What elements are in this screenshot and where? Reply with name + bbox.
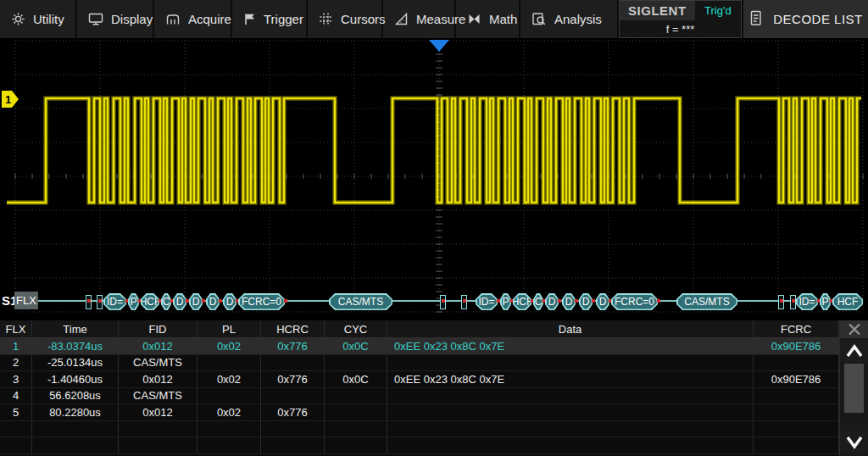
table-cell[interactable]: 0x012 — [119, 371, 198, 388]
decode-bubble-d: D — [545, 293, 559, 310]
table-cell[interactable] — [325, 421, 387, 438]
table-cell[interactable] — [387, 355, 754, 372]
decode-error-dot — [792, 299, 795, 303]
table-cell[interactable] — [387, 404, 754, 421]
table-cell[interactable]: 0x02 — [198, 371, 261, 388]
table-cell[interactable] — [325, 355, 387, 372]
table-cell[interactable] — [198, 437, 261, 454]
measure-icon — [394, 12, 409, 26]
table-cell[interactable]: 1 — [0, 338, 32, 355]
column-header-time: Time — [32, 320, 119, 338]
decode-bubble-d: D — [223, 293, 236, 310]
menu-item-cursors[interactable]: Cursors — [308, 0, 383, 38]
table-cell[interactable] — [754, 437, 839, 454]
table-cell[interactable]: 0x012 — [119, 404, 198, 421]
menu-item-math[interactable]: Math — [456, 0, 520, 38]
table-cell[interactable] — [119, 421, 198, 438]
table-cell[interactable]: 0x02 — [198, 338, 261, 355]
decode-error-dot — [284, 299, 287, 303]
bubble-text: FCRC=0 — [615, 296, 654, 308]
table-cell[interactable]: 0x776 — [261, 338, 325, 355]
scroll-down-button[interactable] — [840, 431, 868, 453]
table-cell[interactable] — [198, 421, 261, 438]
decode-error-dot — [98, 299, 102, 303]
waveform-display-area[interactable]: S1 FLX ID=PHCFCDDDDFCRC=0CAS/MTSID=PHCFC… — [0, 38, 868, 320]
table-cell[interactable]: 0x776 — [261, 404, 325, 421]
decode-bubble-d: D — [206, 293, 220, 310]
table-cell[interactable]: -25.0134us — [32, 355, 119, 372]
table-cell[interactable]: 2 — [0, 355, 32, 372]
menu-item-measure[interactable]: Measure — [383, 0, 456, 38]
menu-item-utility[interactable]: Utility — [0, 0, 77, 38]
table-cell[interactable] — [32, 421, 119, 438]
menu-item-label: Display — [111, 12, 153, 26]
decode-error-dot — [780, 299, 783, 303]
column-header-hcrc: HCRC — [261, 320, 325, 338]
decode-list-button[interactable]: DECODE LIST — [743, 0, 868, 38]
table-cell[interactable] — [32, 437, 119, 454]
table-cell[interactable]: 0x90E786 — [754, 371, 839, 388]
table-cell[interactable]: 80.2280us — [32, 404, 119, 421]
table-cell[interactable]: 3 — [0, 371, 32, 388]
menu-item-label: Analysis — [554, 12, 602, 26]
table-cell[interactable] — [325, 388, 387, 405]
table-cell[interactable]: 0x776 — [261, 371, 325, 388]
column-header-data: Data — [387, 320, 754, 338]
table-cell[interactable]: CAS/MTS — [119, 355, 198, 372]
decode-bubble-casmts: CAS/MTS — [329, 293, 392, 310]
menu-item-display[interactable]: Display — [77, 0, 154, 38]
table-cell[interactable] — [387, 388, 754, 405]
table-cell[interactable]: 0x90E786 — [754, 338, 839, 355]
table-cell[interactable]: 4 — [0, 388, 32, 405]
table-cell[interactable] — [0, 421, 32, 438]
table-cell[interactable]: 0xEE 0x23 0x8C 0x7E — [387, 338, 754, 355]
table-cell[interactable]: 0x02 — [198, 404, 261, 421]
decode-list-label: DECODE LIST — [773, 12, 863, 26]
table-cell[interactable]: -83.0374us — [32, 338, 119, 355]
table-cell[interactable] — [754, 421, 839, 438]
decode-error-dot — [463, 299, 466, 303]
decode-error-dot — [202, 299, 205, 303]
table-cell[interactable]: 5 — [0, 404, 32, 421]
decode-bubble-fcrc0: FCRC=0 — [238, 293, 285, 310]
table-cell[interactable]: 0x0C — [325, 371, 387, 388]
table-cell[interactable] — [261, 421, 325, 438]
close-table-button[interactable] — [840, 320, 868, 338]
table-cell[interactable] — [119, 437, 198, 454]
decode-error-dot — [558, 299, 561, 303]
decode-error-dot — [442, 299, 445, 303]
bubble-text: ID= — [798, 296, 815, 308]
table-cell[interactable] — [261, 355, 325, 372]
menu-item-label: Acquire — [188, 12, 231, 26]
scroll-up-button[interactable] — [840, 340, 868, 362]
oscilloscope-screen: UtilityDisplayAcquireTriggerCursorsMeasu… — [0, 0, 868, 456]
table-cell[interactable] — [754, 388, 839, 405]
scrollbar-thumb[interactable] — [844, 364, 864, 413]
table-cell[interactable] — [387, 437, 754, 454]
table-cell[interactable]: 0x012 — [119, 338, 198, 355]
bubble-text: D — [582, 296, 590, 308]
menu-item-analysis[interactable]: Analysis — [520, 0, 619, 38]
column-header-flx: FLX — [0, 320, 32, 338]
table-cell[interactable]: -1.40460us — [32, 371, 119, 388]
menu-item-trigger[interactable]: Trigger — [232, 0, 308, 38]
table-cell[interactable] — [198, 355, 261, 372]
bubble-text: CAS/MTS — [684, 296, 729, 308]
table-cell[interactable] — [754, 355, 839, 372]
frequency-readout: f = *** — [619, 20, 742, 38]
table-cell[interactable] — [325, 404, 387, 421]
table-cell[interactable] — [0, 437, 32, 454]
table-cell[interactable] — [198, 388, 261, 405]
decode-bubble-hcf: HCF — [832, 293, 863, 310]
table-cell[interactable] — [261, 388, 325, 405]
table-cell[interactable]: 0x0C — [325, 338, 387, 355]
math-icon — [467, 13, 481, 25]
table-cell[interactable]: 0xEE 0x23 0x8C 0x7E — [387, 371, 754, 388]
table-cell[interactable] — [325, 437, 387, 454]
table-cell[interactable] — [387, 421, 754, 438]
table-cell[interactable] — [261, 437, 325, 454]
menu-item-acquire[interactable]: Acquire — [154, 0, 232, 38]
table-cell[interactable]: 56.6208us — [32, 388, 119, 405]
table-cell[interactable]: CAS/MTS — [119, 388, 198, 405]
table-cell[interactable] — [754, 404, 839, 421]
